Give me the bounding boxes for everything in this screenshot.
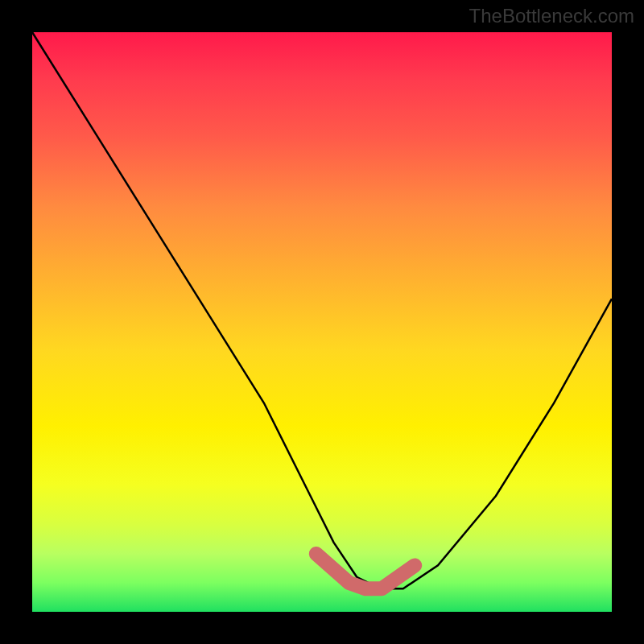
highlight-optimal-range	[316, 554, 415, 588]
watermark-text: TheBottleneck.com	[469, 5, 634, 27]
chart-overlay	[32, 32, 612, 612]
chart-container: TheBottleneck.com	[0, 0, 644, 644]
bottleneck-curve-path	[32, 32, 612, 588]
